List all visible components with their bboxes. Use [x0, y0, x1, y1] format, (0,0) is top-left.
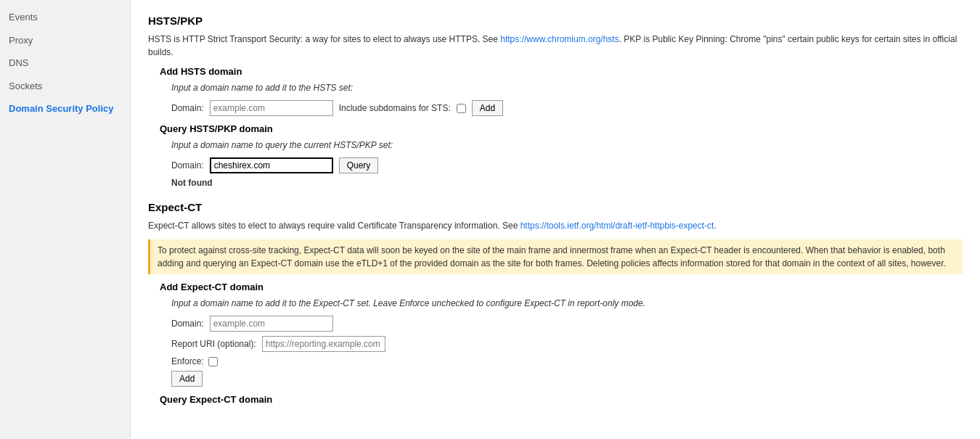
- hsts-query-result: Not found: [171, 178, 963, 188]
- hsts-desc-1: HSTS is HTTP Strict Transport Security: …: [148, 34, 500, 44]
- add-expect-ct-domain-row: Domain:: [171, 316, 963, 332]
- report-uri-input[interactable]: [262, 336, 385, 352]
- query-hsts-button[interactable]: Query: [339, 157, 379, 173]
- add-expect-ct-title: Add Expect-CT domain: [160, 282, 963, 292]
- expect-ct-section: Expect-CT Expect-CT allows sites to elec…: [148, 201, 963, 405]
- expect-ct-desc-2: .: [714, 221, 716, 231]
- add-hsts-button[interactable]: Add: [472, 100, 503, 116]
- expect-ct-title: Expect-CT: [148, 201, 963, 213]
- add-hsts-domain-row: Domain: Include subdomains for STS: Add: [171, 100, 963, 116]
- report-uri-label: Report URI (optional):: [171, 339, 256, 349]
- query-hsts-domain-label: Domain:: [171, 160, 204, 171]
- add-hsts-domain-label: Domain:: [171, 103, 204, 113]
- hsts-pkp-description: HSTS is HTTP Strict Transport Security: …: [148, 33, 963, 59]
- query-hsts-title: Query HSTS/PKP domain: [160, 123, 963, 134]
- query-hsts-instruction: Input a domain name to query the current…: [171, 139, 963, 152]
- add-hsts-section: Add HSTS domain Input a domain name to a…: [160, 66, 963, 116]
- expect-ct-warning: To protect against cross-site tracking, …: [148, 239, 963, 274]
- expect-ct-desc-1: Expect-CT allows sites to elect to alway…: [148, 221, 520, 231]
- sidebar-item-domain-security-policy[interactable]: Domain Security Policy: [0, 97, 130, 120]
- add-hsts-title: Add HSTS domain: [160, 66, 963, 77]
- sidebar: EventsProxyDNSSocketsDomain Security Pol…: [0, 0, 131, 439]
- include-subdomains-checkbox[interactable]: [457, 104, 466, 113]
- add-expect-ct-button-row: Add: [171, 371, 963, 387]
- add-expect-ct-button[interactable]: Add: [171, 371, 203, 387]
- query-hsts-section: Query HSTS/PKP domain Input a domain nam…: [160, 123, 963, 188]
- add-hsts-domain-input[interactable]: [210, 100, 333, 116]
- enforce-row: Enforce:: [171, 356, 963, 366]
- include-subdomains-label: Include subdomains for STS:: [339, 103, 451, 113]
- expect-ct-description: Expect-CT allows sites to elect to alway…: [148, 219, 963, 232]
- expect-ct-link[interactable]: https://tools.ietf.org/html/draft-ietf-h…: [520, 221, 714, 231]
- enforce-checkbox[interactable]: [208, 357, 218, 366]
- add-expect-ct-report-uri-row: Report URI (optional):: [171, 336, 963, 352]
- sidebar-item-proxy[interactable]: Proxy: [0, 29, 130, 52]
- query-expect-ct-title: Query Expect-CT domain: [160, 394, 963, 405]
- sidebar-item-dns[interactable]: DNS: [0, 52, 130, 75]
- hsts-pkp-section: HSTS/PKP HSTS is HTTP Strict Transport S…: [148, 15, 963, 188]
- query-hsts-domain-input[interactable]: [210, 157, 333, 173]
- hsts-link[interactable]: https://www.chromium.org/hsts: [500, 34, 618, 44]
- sidebar-item-sockets[interactable]: Sockets: [0, 75, 130, 98]
- add-expect-ct-instruction: Input a domain name to add it to the Exp…: [171, 297, 963, 310]
- add-expect-ct-domain-input[interactable]: [210, 316, 333, 332]
- main-content: HSTS/PKP HSTS is HTTP Strict Transport S…: [131, 0, 980, 439]
- add-expect-ct-section: Add Expect-CT domain Input a domain name…: [160, 282, 963, 387]
- query-expect-ct-section: Query Expect-CT domain: [160, 394, 963, 405]
- hsts-pkp-title: HSTS/PKP: [148, 15, 963, 27]
- add-expect-ct-domain-label: Domain:: [171, 319, 204, 329]
- query-hsts-domain-row: Domain: Query: [171, 157, 963, 173]
- add-hsts-instruction: Input a domain name to add it to the HST…: [171, 81, 963, 94]
- sidebar-item-events[interactable]: Events: [0, 6, 130, 29]
- enforce-label: Enforce:: [171, 356, 204, 366]
